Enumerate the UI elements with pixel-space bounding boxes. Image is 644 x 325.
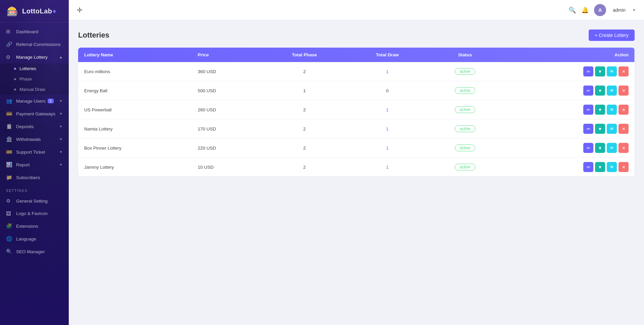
manage-users-chevron: ▼ <box>59 99 63 103</box>
edit-button[interactable]: ✏ <box>583 86 593 96</box>
delete-button[interactable]: ✕ <box>619 86 629 96</box>
col-action: Action <box>502 48 635 62</box>
table-row: Namta Lottery 170 USD 2 1 active ✏ ▼ 👁 ✕ <box>78 119 635 139</box>
manage-lottery-chevron: ▲ <box>59 55 63 59</box>
phase-button[interactable]: ▼ <box>595 66 605 76</box>
phase-button[interactable]: ▼ <box>595 143 605 153</box>
search-icon[interactable]: 🔍 <box>569 6 576 14</box>
lotteries-label: Lotteries <box>19 66 36 71</box>
view-button[interactable]: 👁 <box>607 86 617 96</box>
deposits-chevron: ▼ <box>59 124 63 128</box>
topbar: ✛ 🔍 🔔 A admin ▼ <box>69 0 644 20</box>
sidebar-item-subscribers-label: Subscribers <box>16 175 40 180</box>
sidebar-item-payment-gateways[interactable]: 💳 Payment Gateways ▼ <box>0 107 69 120</box>
sidebar-item-deposits-label: Deposits <box>16 124 34 129</box>
bell-icon[interactable]: 🔔 <box>581 6 589 14</box>
sidebar-item-dashboard[interactable]: ⊞ Dashboard <box>0 25 69 38</box>
avatar[interactable]: A <box>594 4 606 16</box>
sidebar-item-withdrawals-label: Withdrawals <box>16 137 41 142</box>
sidebar-item-report[interactable]: 📊 Report ▼ <box>0 158 69 171</box>
logo-area[interactable]: 🎰 LottoLab <box>0 0 69 22</box>
view-button[interactable]: 👁 <box>607 66 617 76</box>
sidebar-item-logo-favicon[interactable]: 🖼 Logo & Favicon <box>0 207 69 220</box>
cell-total-draw[interactable]: 1 <box>347 62 427 81</box>
sidebar-item-logo-favicon-label: Logo & Favicon <box>16 211 48 216</box>
sidebar-item-support-ticket[interactable]: 🎫 Support Ticket ▼ <box>0 146 69 158</box>
edit-button[interactable]: ✏ <box>583 66 593 76</box>
sidebar-sub-phase[interactable]: Phase <box>0 74 69 84</box>
table-row: Euro millions 360 USD 2 1 active ✏ ▼ 👁 ✕ <box>78 62 635 81</box>
sidebar-item-manage-users[interactable]: 👥 Manage Users 1 ▼ <box>0 95 69 107</box>
sidebar-item-language[interactable]: 🌐 Language <box>0 232 69 245</box>
sidebar-item-payment-label: Payment Gateways <box>16 111 55 116</box>
sidebar-item-seo-label: SEO Manager <box>16 249 45 254</box>
table-header: Lottery Name Price Total Phase Total Dra… <box>78 48 635 62</box>
sidebar-item-manage-lottery[interactable]: ⊙ Manage Lottery ▲ <box>0 51 69 63</box>
cell-lottery-name: Namta Lottery <box>78 119 192 139</box>
cell-total-phase: 2 <box>262 158 347 177</box>
status-badge: active <box>455 164 475 170</box>
sidebar-item-subscribers[interactable]: 📁 Subscribers <box>0 171 69 184</box>
cell-total-draw[interactable]: 1 <box>347 158 427 177</box>
phase-button[interactable]: ▼ <box>595 162 605 172</box>
general-setting-icon: ⚙ <box>6 198 13 204</box>
report-icon: 📊 <box>6 162 13 168</box>
sidebar-item-manage-lottery-label: Manage Lottery <box>16 55 48 60</box>
view-button[interactable]: 👁 <box>607 124 617 134</box>
cell-total-draw[interactable]: 1 <box>347 100 427 119</box>
edit-button[interactable]: ✏ <box>583 105 593 115</box>
cell-status: active <box>427 119 502 139</box>
delete-button[interactable]: ✕ <box>619 66 629 76</box>
phase-button[interactable]: ▼ <box>595 105 605 115</box>
delete-button[interactable]: ✕ <box>619 143 629 153</box>
main-content: ✛ 🔍 🔔 A admin ▼ Lotteries + Create Lotte… <box>69 0 644 325</box>
edit-button[interactable]: ✏ <box>583 124 593 134</box>
cell-total-draw[interactable]: 1 <box>347 119 427 139</box>
sidebar-item-seo-manager[interactable]: 🔍 SEO Manager <box>0 245 69 258</box>
view-button[interactable]: 👁 <box>607 143 617 153</box>
logo-icon: 🎰 <box>5 4 19 18</box>
edit-button[interactable]: ✏ <box>583 143 593 153</box>
phase-button[interactable]: ▼ <box>595 86 605 96</box>
edit-button[interactable]: ✏ <box>583 162 593 172</box>
phase-button[interactable]: ▼ <box>595 124 605 134</box>
delete-button[interactable]: ✕ <box>619 124 629 134</box>
col-total-draw: Total Draw <box>347 48 427 62</box>
sidebar-item-deposits[interactable]: 📋 Deposits ▼ <box>0 120 69 133</box>
sidebar-sub-manual-draw[interactable]: Manual Draw <box>0 84 69 95</box>
cell-total-draw[interactable]: 1 <box>347 139 427 158</box>
sidebar-toggle-button[interactable]: ✛ <box>77 6 83 14</box>
admin-dropdown-arrow[interactable]: ▼ <box>632 8 636 12</box>
status-badge: active <box>455 145 475 151</box>
report-chevron: ▼ <box>59 163 63 167</box>
action-buttons: ✏ ▼ 👁 ✕ <box>508 105 629 115</box>
sidebar-item-support-label: Support Ticket <box>16 150 45 155</box>
action-buttons: ✏ ▼ 👁 ✕ <box>508 143 629 153</box>
logo-favicon-icon: 🖼 <box>6 211 13 216</box>
cell-lottery-name: Euro millions <box>78 62 192 81</box>
referral-icon: 🔗 <box>6 41 13 47</box>
col-lottery-name: Lottery Name <box>78 48 192 62</box>
view-button[interactable]: 👁 <box>607 105 617 115</box>
sidebar-sub-lotteries[interactable]: Lotteries <box>0 63 69 74</box>
page-title: Lotteries <box>78 31 109 40</box>
sidebar-item-general-setting[interactable]: ⚙ General Setting <box>0 195 69 207</box>
cell-total-phase: 1 <box>262 81 347 100</box>
sidebar-item-withdrawals[interactable]: 🏦 Withdrawals ▼ <box>0 133 69 146</box>
view-button[interactable]: 👁 <box>607 162 617 172</box>
action-buttons: ✏ ▼ 👁 ✕ <box>508 86 629 96</box>
sidebar: 🎰 LottoLab ⊞ Dashboard 🔗 Referral Commis… <box>0 0 69 325</box>
payment-chevron: ▼ <box>59 112 63 116</box>
sidebar-item-extensions[interactable]: 🧩 Extensions <box>0 220 69 232</box>
sidebar-item-referral-commissions[interactable]: 🔗 Referral Commissions <box>0 38 69 51</box>
sidebar-item-dashboard-label: Dashboard <box>16 29 38 34</box>
cell-action: ✏ ▼ 👁 ✕ <box>502 119 635 139</box>
status-badge: active <box>455 68 475 75</box>
payment-icon: 💳 <box>6 111 13 117</box>
manage-lottery-icon: ⊙ <box>6 54 13 60</box>
delete-button[interactable]: ✕ <box>619 162 629 172</box>
cell-price: 220 USD <box>192 139 262 158</box>
sidebar-item-extensions-label: Extensions <box>16 224 38 229</box>
create-lottery-button[interactable]: + Create Lottery <box>589 30 635 41</box>
delete-button[interactable]: ✕ <box>619 105 629 115</box>
